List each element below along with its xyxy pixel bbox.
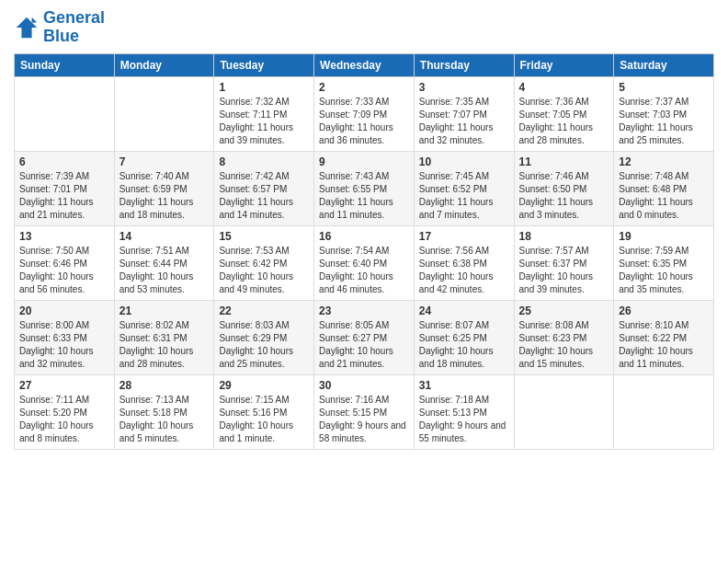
daylight-text: Daylight: 11 hours and 25 minutes. <box>619 122 693 145</box>
sunrise-text: Sunrise: 7:35 AM <box>419 97 489 107</box>
calendar-cell: 17Sunrise: 7:56 AMSunset: 6:38 PMDayligh… <box>414 225 514 300</box>
daylight-text: Daylight: 11 hours and 0 minutes. <box>619 197 693 220</box>
sunset-text: Sunset: 6:23 PM <box>519 333 587 343</box>
day-info: Sunrise: 7:39 AMSunset: 7:01 PMDaylight:… <box>19 170 109 222</box>
sunrise-text: Sunrise: 8:03 AM <box>219 320 289 330</box>
day-info: Sunrise: 7:57 AMSunset: 6:37 PMDaylight:… <box>519 245 609 296</box>
day-info: Sunrise: 7:15 AMSunset: 5:16 PMDaylight:… <box>219 394 309 445</box>
calendar-cell: 20Sunrise: 8:00 AMSunset: 6:33 PMDayligh… <box>15 300 115 374</box>
day-number: 9 <box>319 155 409 168</box>
calendar-week-row: 20Sunrise: 8:00 AMSunset: 6:33 PMDayligh… <box>15 300 714 374</box>
day-number: 18 <box>519 230 609 243</box>
day-info: Sunrise: 8:05 AMSunset: 6:27 PMDaylight:… <box>319 319 409 371</box>
daylight-text: Daylight: 10 hours and 28 minutes. <box>119 346 194 369</box>
sunrise-text: Sunrise: 8:00 AM <box>19 320 89 330</box>
day-number: 26 <box>619 304 709 317</box>
sunrise-text: Sunrise: 7:36 AM <box>519 97 589 107</box>
sunset-text: Sunset: 5:13 PM <box>419 408 487 418</box>
daylight-text: Daylight: 11 hours and 7 minutes. <box>419 197 494 220</box>
day-header: Thursday <box>414 53 514 76</box>
sunrise-text: Sunrise: 8:10 AM <box>619 320 688 330</box>
daylight-text: Daylight: 10 hours and 18 minutes. <box>419 346 494 369</box>
daylight-text: Daylight: 11 hours and 3 minutes. <box>519 197 594 220</box>
sunset-text: Sunset: 6:48 PM <box>619 184 687 194</box>
calendar-week-row: 6Sunrise: 7:39 AMSunset: 7:01 PMDaylight… <box>15 151 714 225</box>
day-number: 30 <box>319 379 409 392</box>
sunset-text: Sunset: 6:44 PM <box>119 259 188 269</box>
sunset-text: Sunset: 5:18 PM <box>119 408 188 418</box>
daylight-text: Daylight: 11 hours and 11 minutes. <box>319 197 393 220</box>
sunrise-text: Sunrise: 8:02 AM <box>119 320 189 330</box>
day-number: 4 <box>519 81 609 94</box>
sunrise-text: Sunrise: 7:46 AM <box>519 171 589 181</box>
daylight-text: Daylight: 10 hours and 53 minutes. <box>119 271 194 294</box>
calendar-cell: 13Sunrise: 7:50 AMSunset: 6:46 PMDayligh… <box>15 225 115 300</box>
sunrise-text: Sunrise: 7:53 AM <box>219 246 289 256</box>
daylight-text: Daylight: 11 hours and 39 minutes. <box>219 122 293 145</box>
calendar-cell <box>15 76 115 151</box>
day-number: 1 <box>219 81 309 94</box>
day-number: 24 <box>419 304 509 317</box>
daylight-text: Daylight: 10 hours and 8 minutes. <box>19 420 94 443</box>
sunset-text: Sunset: 5:20 PM <box>19 408 87 418</box>
day-header: Friday <box>514 53 614 76</box>
day-info: Sunrise: 7:33 AMSunset: 7:09 PMDaylight:… <box>319 96 409 147</box>
calendar-table: SundayMondayTuesdayWednesdayThursdayFrid… <box>14 53 714 450</box>
day-number: 2 <box>319 81 409 94</box>
daylight-text: Daylight: 9 hours and 58 minutes. <box>319 420 406 443</box>
sunrise-text: Sunrise: 7:40 AM <box>119 171 189 181</box>
calendar-cell: 4Sunrise: 7:36 AMSunset: 7:05 PMDaylight… <box>514 76 614 151</box>
sunset-text: Sunset: 6:55 PM <box>319 184 387 194</box>
daylight-text: Daylight: 10 hours and 21 minutes. <box>319 346 393 369</box>
calendar-cell: 26Sunrise: 8:10 AMSunset: 6:22 PMDayligh… <box>614 300 714 374</box>
day-info: Sunrise: 7:11 AMSunset: 5:20 PMDaylight:… <box>19 394 109 445</box>
sunset-text: Sunset: 6:37 PM <box>519 259 587 269</box>
day-info: Sunrise: 7:51 AMSunset: 6:44 PMDaylight:… <box>119 245 210 296</box>
sunset-text: Sunset: 7:09 PM <box>319 109 387 120</box>
day-header: Wednesday <box>314 53 415 76</box>
daylight-text: Daylight: 11 hours and 21 minutes. <box>19 197 94 220</box>
day-info: Sunrise: 7:48 AMSunset: 6:48 PMDaylight:… <box>619 170 709 222</box>
day-number: 28 <box>119 379 210 392</box>
calendar-header-row: SundayMondayTuesdayWednesdayThursdayFrid… <box>15 53 714 76</box>
calendar-cell: 8Sunrise: 7:42 AMSunset: 6:57 PMDaylight… <box>214 151 314 225</box>
sunset-text: Sunset: 6:31 PM <box>119 333 188 343</box>
sunrise-text: Sunrise: 7:15 AM <box>219 395 289 405</box>
sunrise-text: Sunrise: 7:42 AM <box>219 171 289 181</box>
page: General Blue SundayMondayTuesdayWednesda… <box>0 0 728 563</box>
day-info: Sunrise: 7:35 AMSunset: 7:07 PMDaylight:… <box>419 96 509 147</box>
calendar-cell: 6Sunrise: 7:39 AMSunset: 7:01 PMDaylight… <box>15 151 115 225</box>
sunrise-text: Sunrise: 7:43 AM <box>319 171 389 181</box>
day-info: Sunrise: 7:36 AMSunset: 7:05 PMDaylight:… <box>519 96 609 147</box>
sunset-text: Sunset: 7:05 PM <box>519 109 587 120</box>
sunset-text: Sunset: 6:35 PM <box>619 259 687 269</box>
daylight-text: Daylight: 10 hours and 49 minutes. <box>219 271 293 294</box>
calendar-cell: 9Sunrise: 7:43 AMSunset: 6:55 PMDaylight… <box>314 151 415 225</box>
day-info: Sunrise: 7:54 AMSunset: 6:40 PMDaylight:… <box>319 245 409 296</box>
calendar-cell: 3Sunrise: 7:35 AMSunset: 7:07 PMDaylight… <box>414 76 514 151</box>
day-info: Sunrise: 8:03 AMSunset: 6:29 PMDaylight:… <box>219 319 309 371</box>
sunrise-text: Sunrise: 7:13 AM <box>119 395 189 405</box>
calendar-week-row: 27Sunrise: 7:11 AMSunset: 5:20 PMDayligh… <box>15 374 714 449</box>
day-number: 10 <box>419 155 509 168</box>
day-info: Sunrise: 7:42 AMSunset: 6:57 PMDaylight:… <box>219 170 309 222</box>
day-number: 20 <box>19 304 109 317</box>
sunset-text: Sunset: 6:50 PM <box>519 184 587 194</box>
daylight-text: Daylight: 10 hours and 25 minutes. <box>219 346 293 369</box>
sunrise-text: Sunrise: 8:07 AM <box>419 320 489 330</box>
daylight-text: Daylight: 10 hours and 32 minutes. <box>19 346 94 369</box>
day-info: Sunrise: 7:37 AMSunset: 7:03 PMDaylight:… <box>619 96 709 147</box>
daylight-text: Daylight: 10 hours and 11 minutes. <box>619 346 693 369</box>
day-number: 7 <box>119 155 210 168</box>
daylight-text: Daylight: 10 hours and 35 minutes. <box>619 271 693 294</box>
day-number: 21 <box>119 304 210 317</box>
sunrise-text: Sunrise: 7:18 AM <box>419 395 489 405</box>
day-number: 16 <box>319 230 409 243</box>
daylight-text: Daylight: 10 hours and 56 minutes. <box>19 271 94 294</box>
calendar-cell: 22Sunrise: 8:03 AMSunset: 6:29 PMDayligh… <box>214 300 314 374</box>
daylight-text: Daylight: 11 hours and 18 minutes. <box>119 197 194 220</box>
day-number: 22 <box>219 304 309 317</box>
day-info: Sunrise: 7:53 AMSunset: 6:42 PMDaylight:… <box>219 245 309 296</box>
sunrise-text: Sunrise: 8:05 AM <box>319 320 389 330</box>
day-number: 8 <box>219 155 309 168</box>
